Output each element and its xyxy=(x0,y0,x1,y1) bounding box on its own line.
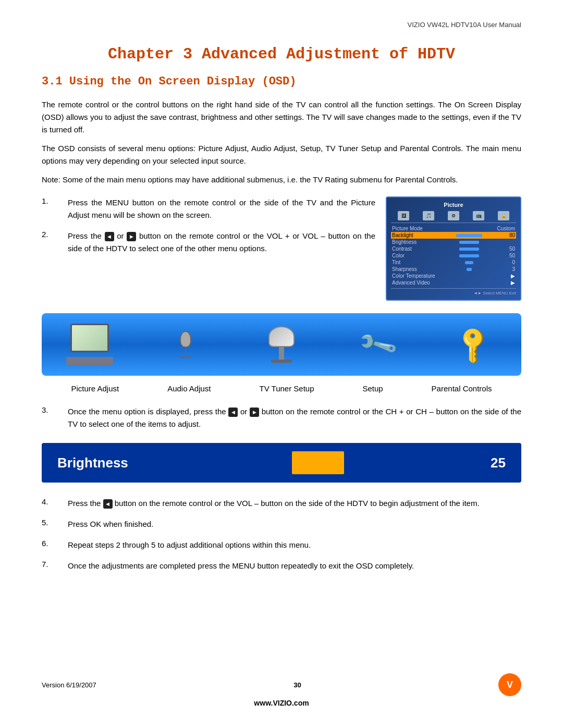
list-text-5: Press OK when finished. xyxy=(68,518,521,530)
menu-label-setup: Setup xyxy=(362,384,383,393)
osd-icon-3: ⚙ xyxy=(448,211,459,220)
footer-page-number: 30 xyxy=(293,681,301,689)
list-number-7: 7. xyxy=(42,560,57,572)
list-text-6: Repeat steps 2 through 5 to adjust addit… xyxy=(68,539,521,551)
menu-label-picture: Picture Adjust xyxy=(71,384,119,393)
list-item-5: 5. Press OK when finished. xyxy=(42,518,521,530)
list-text-3: Once the menu option is displayed, press… xyxy=(68,405,521,430)
list-text-7: Once the adjustments are completed press… xyxy=(68,560,521,572)
menu-icons-strip: 🔧 🔑 xyxy=(42,313,521,376)
list-number-1: 1. xyxy=(42,196,57,221)
osd-color-temp: Color Temperature ▶ xyxy=(391,273,516,279)
osd-icon-5: 🔒 xyxy=(498,211,509,220)
osd-tint: Tint 0 xyxy=(391,259,516,266)
osd-icon-2: 🎵 xyxy=(423,211,434,220)
footer-version: Version 6/19/2007 xyxy=(42,681,96,689)
list-number-6: 6. xyxy=(42,539,57,551)
osd-icon-1: 🖼 xyxy=(398,211,409,220)
page-footer: Version 6/19/2007 30 V www.VIZIO.com xyxy=(0,673,563,707)
vizio-logo: V xyxy=(498,673,521,696)
menu-label-audio: Audio Adjust xyxy=(167,384,211,393)
brightness-yellow-block xyxy=(292,451,344,474)
list-text-1: Press the MENU button on the remote cont… xyxy=(68,196,375,221)
intro-paragraph-1: The remote control or the control button… xyxy=(42,98,521,136)
intro-paragraph-2: The OSD consists of several menu options… xyxy=(42,142,521,167)
list-item-3: 3. Once the menu option is displayed, pr… xyxy=(42,405,521,430)
menu-icon-audio xyxy=(144,318,227,371)
chapter-title: Chapter 3 Advanced Adjustment of HDTV xyxy=(42,44,521,65)
menu-label-parental: Parental Controls xyxy=(432,384,492,393)
osd-backlight: Backlight 80 xyxy=(391,232,516,239)
nav-vol-icon xyxy=(103,499,113,509)
list-number-4: 4. xyxy=(42,497,57,510)
list-item-4: 4. Press the button on the remote contro… xyxy=(42,497,521,510)
menu-icon-tuner xyxy=(240,318,323,371)
list-item-1: 1. Press the MENU button on the remote c… xyxy=(42,196,375,221)
osd-picture-mode: Picture Mode Custom xyxy=(391,225,516,232)
list-text-4: Press the button on the remote control o… xyxy=(68,497,521,510)
osd-screenshot: Picture 🖼 🎵 ⚙ 📺 🔒 Picture Mode Custom Ba… xyxy=(386,196,521,301)
osd-sharpness: Sharpness 3 xyxy=(391,266,516,273)
nav-up-icon xyxy=(228,408,238,417)
brightness-indicator xyxy=(162,451,474,474)
list-number-3: 3. xyxy=(42,405,57,430)
menu-label-tuner: TV Tuner Setup xyxy=(259,384,314,393)
menu-labels: Picture Adjust Audio Adjust TV Tuner Set… xyxy=(42,384,521,393)
brightness-value: 25 xyxy=(474,455,506,471)
osd-brightness: Brightness xyxy=(391,239,516,245)
footer-website: www.VIZIO.com xyxy=(254,699,309,707)
brightness-bar: Brightness 25 xyxy=(42,443,521,483)
list-item-7: 7. Once the adjustments are completed pr… xyxy=(42,560,521,572)
osd-contrast: Contrast 50 xyxy=(391,245,516,252)
intro-paragraph-3: Note: Some of the main menu options may … xyxy=(42,174,521,186)
osd-advanced-video: Advanced Video ▶ xyxy=(391,279,516,286)
osd-icon-4: 📺 xyxy=(473,211,484,220)
osd-footer: ◄► Select MENU Exit xyxy=(391,291,516,295)
osd-title: Picture xyxy=(391,202,516,208)
menu-icon-picture xyxy=(48,318,131,371)
menu-icon-parental: 🔑 xyxy=(432,318,515,371)
osd-color: Color 50 xyxy=(391,252,516,259)
list-item-2: 2. Press the or button on the remote con… xyxy=(42,230,375,255)
nav-down-icon xyxy=(250,408,259,417)
osd-icons-row: 🖼 🎵 ⚙ 📺 🔒 xyxy=(391,211,516,220)
list-item-6: 6. Repeat steps 2 through 5 to adjust ad… xyxy=(42,539,521,551)
menu-icon-setup: 🔧 xyxy=(336,318,419,371)
section-title: 3.1 Using the On Screen Display (OSD) xyxy=(42,75,521,88)
list-number-2: 2. xyxy=(42,230,57,255)
brightness-label: Brightness xyxy=(57,455,162,471)
nav-left-icon xyxy=(105,232,114,241)
list-number-5: 5. xyxy=(42,518,57,530)
manual-title: VIZIO VW42L HDTV10A User Manual xyxy=(42,21,521,29)
nav-right-icon xyxy=(127,232,136,241)
lower-list: 4. Press the button on the remote contro… xyxy=(42,497,521,572)
list-text-2: Press the or button on the remote contro… xyxy=(68,230,375,255)
